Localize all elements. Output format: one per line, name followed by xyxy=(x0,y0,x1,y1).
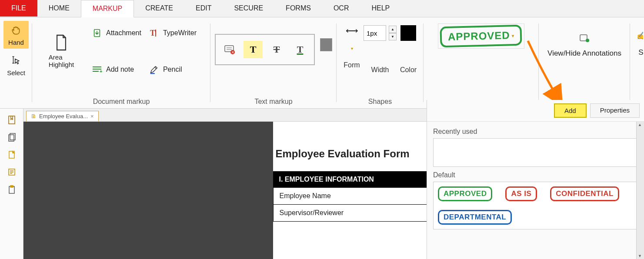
hand-tool-label: Hand xyxy=(8,39,24,46)
left-sidebar-rail xyxy=(0,109,23,259)
stamps-properties-button[interactable]: Properties xyxy=(590,103,640,118)
view-hide-annotations-button[interactable]: View/Hide Annotations xyxy=(543,21,626,58)
svg-text:✕: ✕ xyxy=(231,50,234,54)
stamps-panel-scrollbar[interactable] xyxy=(636,122,644,259)
menu-bar: FILE HOME MARKUP CREATE EDIT SECURE FORM… xyxy=(0,0,644,17)
stamps-add-button[interactable]: Add xyxy=(554,103,587,118)
hand-tool-button[interactable]: Hand xyxy=(3,21,29,49)
shapes-width-label: Width xyxy=(371,66,389,74)
select-cursor-icon xyxy=(10,54,23,67)
menu-home[interactable]: HOME xyxy=(37,0,81,17)
select-tool-label: Select xyxy=(7,69,25,76)
text-markup-group-label: Text markup xyxy=(215,95,332,106)
stamp-confidential[interactable]: CONFIDENTIAL xyxy=(550,186,619,201)
default-stamps-grid: APPROVED AS IS CONFIDENTIAL DEPARTMENTAL xyxy=(433,182,638,229)
document-tab-close[interactable]: × xyxy=(90,113,94,120)
attachment-icon xyxy=(91,27,103,39)
shape-form-dropdown[interactable]: ▾ xyxy=(347,42,357,55)
comments-panel-icon[interactable] xyxy=(7,167,17,177)
recently-used-label: Recently used xyxy=(433,128,638,136)
area-highlight-button[interactable]: Area Highlight xyxy=(49,31,74,70)
default-stamps-label: Default xyxy=(433,171,638,179)
note-lines-icon: + xyxy=(91,64,103,75)
menu-secure[interactable]: SECURE xyxy=(223,0,274,17)
stamp-as-is[interactable]: AS IS xyxy=(505,186,537,201)
pencil-label: Pencil xyxy=(163,66,182,73)
menu-ocr[interactable]: OCR xyxy=(322,0,360,17)
attachment-label: Attachment xyxy=(106,29,141,37)
svg-point-14 xyxy=(586,39,589,42)
area-highlight-label: Area Highlight xyxy=(49,53,74,68)
typewriter-icon: T xyxy=(148,27,160,39)
recently-used-stamps-box xyxy=(433,138,638,167)
width-spin-up[interactable]: ▲ xyxy=(389,26,397,33)
clipboard-panel-icon[interactable] xyxy=(7,184,17,195)
typewriter-button[interactable]: T TypeWriter xyxy=(147,23,198,43)
text-markup-color-swatch[interactable] xyxy=(320,38,332,51)
document-markup-group-label: Document markup xyxy=(37,95,206,106)
shapes-color-label: Color xyxy=(400,66,417,74)
hand-icon xyxy=(10,24,23,37)
text-markup-toolbox: ✕ T T T xyxy=(215,34,315,65)
pencil-icon xyxy=(148,64,160,75)
svg-text:+: + xyxy=(100,69,102,74)
signature-icon: ✍ xyxy=(637,31,644,40)
pages-panel-icon[interactable] xyxy=(7,132,17,143)
menu-create[interactable]: CREATE xyxy=(134,0,184,17)
text-note-button[interactable]: ✕ xyxy=(220,41,239,58)
shape-line-icon[interactable]: ⟷ xyxy=(346,25,358,36)
add-note-label: Add note xyxy=(106,66,134,73)
attachment-button[interactable]: Attachment xyxy=(90,23,143,43)
menu-markup[interactable]: MARKUP xyxy=(81,0,134,17)
ribbon: Hand Select Area Highlight xyxy=(0,17,644,109)
document-file-icon: 🗎 xyxy=(31,113,37,120)
menu-file[interactable]: FILE xyxy=(0,0,37,17)
menu-forms[interactable]: FORMS xyxy=(274,0,322,17)
line-width-input[interactable] xyxy=(364,25,386,41)
signatures-button[interactable]: ✍ S xyxy=(634,21,643,57)
document-tab-title: Employee Evalua... xyxy=(39,113,88,120)
shape-color-swatch[interactable] xyxy=(400,25,416,41)
highlight-text-button[interactable]: T xyxy=(244,41,263,58)
view-hide-label: View/Hide Annotations xyxy=(547,49,621,58)
stamps-panel: Add Properties Recently used Default APP… xyxy=(427,100,644,259)
document-tab[interactable]: 🗎 Employee Evalua... × xyxy=(26,111,99,121)
annotations-icon xyxy=(579,34,590,45)
add-note-button[interactable]: + Add note xyxy=(90,60,143,79)
width-spin-down[interactable]: ▼ xyxy=(389,33,397,40)
attachments-panel-icon[interactable] xyxy=(7,149,17,160)
menu-help[interactable]: HELP xyxy=(360,0,401,17)
pencil-button[interactable]: Pencil xyxy=(147,60,198,79)
approved-stamp-graphic: APPROVED ▾ xyxy=(440,25,523,48)
stamp-departmental[interactable]: DEPARTMENTAL xyxy=(438,210,512,225)
shapes-group-label: Shapes xyxy=(341,95,419,106)
svg-text:T: T xyxy=(150,29,155,37)
select-tool-button[interactable]: Select xyxy=(3,51,29,79)
typewriter-label: TypeWriter xyxy=(163,29,197,37)
svg-rect-15 xyxy=(9,116,15,124)
underline-button[interactable]: T xyxy=(290,41,310,58)
svg-rect-24 xyxy=(10,186,13,187)
shapes-form-label: Form xyxy=(344,61,360,69)
menu-edit[interactable]: EDIT xyxy=(184,0,223,17)
strikethrough-button[interactable]: T xyxy=(267,41,286,58)
page-icon xyxy=(53,33,69,52)
stamp-preview-button[interactable]: APPROVED ▾ xyxy=(438,23,524,49)
bookmarks-panel-icon[interactable] xyxy=(7,115,17,125)
stamp-approved[interactable]: APPROVED xyxy=(438,186,492,201)
